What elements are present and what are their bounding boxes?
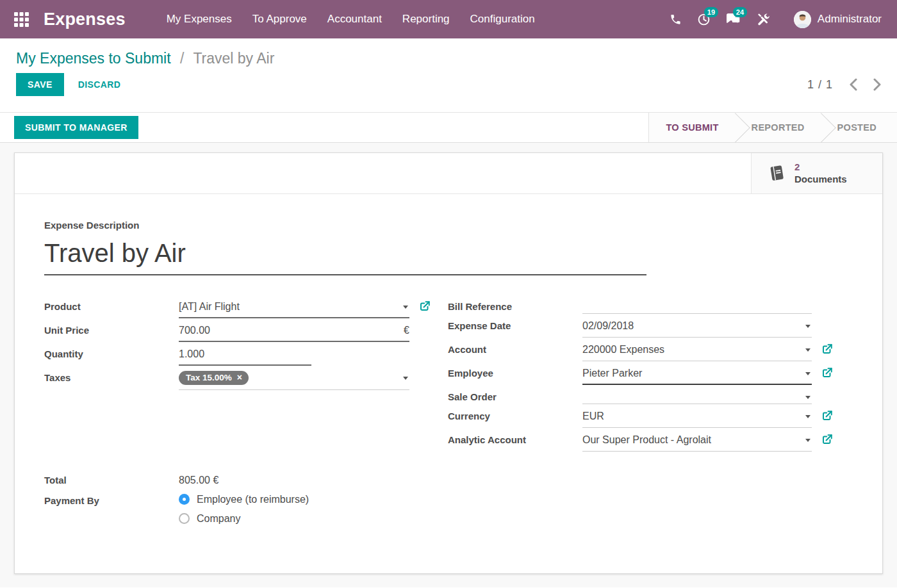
- activities-icon[interactable]: 19: [697, 13, 711, 26]
- totals-group: Total 805.00 € Payment By Employee (to r…: [44, 473, 853, 525]
- apps-menu-icon[interactable]: [14, 12, 29, 27]
- discard-button[interactable]: DISCARD: [78, 79, 121, 90]
- statusbar: SUBMIT TO MANAGER TO SUBMIT REPORTED POS…: [0, 112, 897, 143]
- payment-by-label: Payment By: [44, 494, 179, 508]
- expense-date-row: Expense Date 02/09/2018: [448, 319, 852, 338]
- user-name: Administrator: [818, 13, 882, 26]
- save-button[interactable]: SAVE: [16, 73, 64, 96]
- sale-order-row: Sale Order: [448, 390, 852, 404]
- taxes-row: Taxes Tax 15.00% ×: [44, 371, 409, 390]
- analytic-account-input[interactable]: Our Super Product - Agrolait: [582, 433, 812, 452]
- expense-description-input[interactable]: Travel by Air: [44, 239, 646, 275]
- dropdown-caret-icon[interactable]: [805, 348, 811, 352]
- total-row: Total 805.00 €: [44, 473, 853, 487]
- status-pipeline: TO SUBMIT REPORTED POSTED: [648, 113, 897, 142]
- pager-previous-button[interactable]: [849, 78, 857, 91]
- total-value: 805.00 €: [179, 473, 218, 487]
- currency-label: Currency: [448, 409, 582, 423]
- taxes-label: Taxes: [44, 371, 179, 385]
- product-input[interactable]: [AT] Air Flight: [179, 300, 409, 318]
- menu-accountant[interactable]: Accountant: [327, 13, 382, 26]
- content-area: 2 Documents Expense Description Travel b…: [0, 143, 897, 587]
- control-panel: My Expenses to Submit / Travel by Air SA…: [0, 38, 897, 112]
- left-column: Product [AT] Air Flight: [44, 300, 409, 457]
- actions-row: SAVE DISCARD 1 / 1: [16, 73, 882, 96]
- messages-icon[interactable]: 24: [726, 13, 741, 26]
- pager: 1 / 1: [807, 78, 882, 92]
- breadcrumb-separator: /: [180, 50, 184, 67]
- bill-reference-row: Bill Reference: [448, 300, 852, 314]
- step-arrow-icon: [806, 113, 836, 143]
- quantity-input[interactable]: 1.000: [179, 347, 311, 366]
- pager-value: 1 / 1: [807, 78, 833, 92]
- currency-suffix: €: [404, 323, 409, 338]
- external-link-icon[interactable]: [821, 434, 833, 445]
- account-label: Account: [448, 343, 582, 357]
- user-menu[interactable]: Administrator: [794, 11, 882, 28]
- dropdown-caret-icon[interactable]: [805, 396, 811, 399]
- menu-configuration[interactable]: Configuration: [470, 13, 535, 26]
- form-body: Expense Description Travel by Air Produc…: [15, 194, 882, 525]
- quantity-row: Quantity 1.000: [44, 347, 409, 366]
- activities-badge: 19: [704, 7, 718, 17]
- documents-label: Documents: [794, 173, 847, 185]
- expense-date-input[interactable]: 02/09/2018: [582, 319, 812, 338]
- pager-next-button[interactable]: [873, 78, 882, 91]
- dropdown-caret-icon[interactable]: [403, 377, 408, 380]
- product-row: Product [AT] Air Flight: [44, 300, 409, 318]
- payment-by-row: Payment By Employee (to reimburse) Compa…: [44, 494, 853, 525]
- external-link-icon[interactable]: [821, 343, 833, 355]
- dropdown-caret-icon[interactable]: [805, 372, 811, 375]
- radio-unselected-icon[interactable]: [179, 513, 190, 524]
- step-arrow-icon: [720, 113, 750, 143]
- expense-date-label: Expense Date: [448, 319, 582, 333]
- phone-icon[interactable]: [670, 13, 682, 26]
- analytic-account-row: Analytic Account Our Super Product - Agr…: [448, 433, 852, 452]
- unit-price-input[interactable]: 700.00 €: [179, 323, 409, 342]
- bill-reference-label: Bill Reference: [448, 300, 582, 314]
- menu-to-approve[interactable]: To Approve: [252, 13, 307, 26]
- dropdown-caret-icon[interactable]: [805, 325, 811, 328]
- sale-order-input[interactable]: [582, 390, 812, 404]
- messages-badge: 24: [733, 7, 747, 17]
- radio-selected-icon[interactable]: [179, 494, 190, 505]
- expense-description-label: Expense Description: [44, 220, 853, 231]
- total-label: Total: [44, 473, 179, 487]
- book-icon: [768, 165, 786, 182]
- unit-price-row: Unit Price 700.00 €: [44, 323, 409, 342]
- main-menu: My Expenses To Approve Accountant Report…: [167, 13, 535, 26]
- app-title[interactable]: Expenses: [44, 10, 126, 29]
- external-link-icon[interactable]: [821, 367, 833, 379]
- dropdown-caret-icon[interactable]: [403, 306, 408, 309]
- account-row: Account 220000 Expenses: [448, 343, 852, 361]
- submit-to-manager-button[interactable]: SUBMIT TO MANAGER: [14, 116, 138, 139]
- form-sheet: 2 Documents Expense Description Travel b…: [14, 152, 883, 574]
- menu-reporting[interactable]: Reporting: [402, 13, 450, 26]
- dropdown-caret-icon[interactable]: [805, 415, 811, 418]
- tools-icon[interactable]: [757, 13, 769, 26]
- button-box: 2 Documents: [15, 153, 882, 194]
- quantity-label: Quantity: [44, 347, 179, 361]
- unit-price-label: Unit Price: [44, 323, 179, 338]
- documents-button[interactable]: 2 Documents: [751, 153, 882, 193]
- analytic-account-label: Analytic Account: [448, 433, 582, 447]
- tax-tag: Tax 15.00% ×: [179, 371, 249, 385]
- employee-input[interactable]: Pieter Parker: [582, 366, 812, 385]
- breadcrumb-current: Travel by Air: [193, 50, 274, 67]
- menu-my-expenses[interactable]: My Expenses: [167, 13, 232, 26]
- product-label: Product: [44, 300, 179, 314]
- breadcrumb: My Expenses to Submit / Travel by Air: [16, 49, 882, 67]
- documents-count: 2: [794, 161, 847, 173]
- taxes-input[interactable]: Tax 15.00% ×: [179, 371, 409, 390]
- bill-reference-input[interactable]: [582, 300, 812, 314]
- external-link-icon[interactable]: [419, 300, 431, 312]
- payment-option-company[interactable]: Company: [179, 513, 309, 525]
- breadcrumb-parent-link[interactable]: My Expenses to Submit: [16, 50, 171, 67]
- currency-input[interactable]: EUR: [582, 409, 812, 428]
- account-input[interactable]: 220000 Expenses: [582, 343, 812, 361]
- external-link-icon[interactable]: [821, 410, 833, 421]
- currency-row: Currency EUR: [448, 409, 852, 428]
- dropdown-caret-icon[interactable]: [805, 439, 811, 442]
- tag-remove-icon[interactable]: ×: [237, 373, 242, 382]
- payment-option-employee[interactable]: Employee (to reimburse): [179, 494, 309, 505]
